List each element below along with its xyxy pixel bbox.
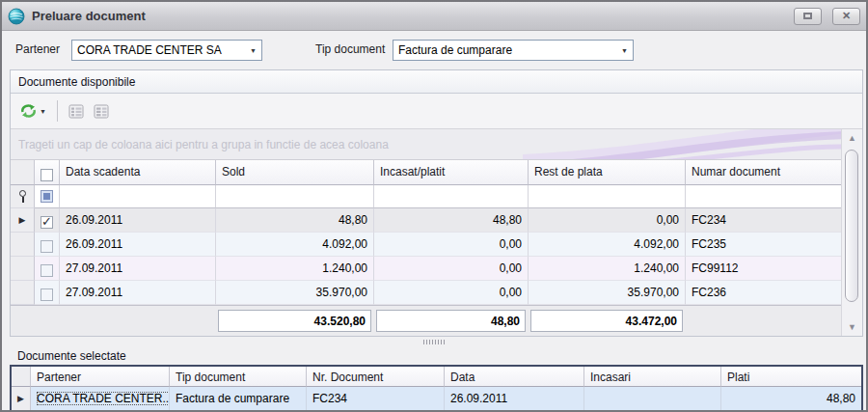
group-by-panel[interactable]: Trageti un cap de coloana aici pentru a …	[11, 129, 841, 160]
cell-data-scadenta: 26.09.2011	[60, 233, 216, 257]
column-header-partener[interactable]: Partener	[31, 367, 170, 387]
check-all-button[interactable]	[65, 97, 88, 124]
column-header-incasari[interactable]: Incasari	[584, 367, 721, 387]
column-header-sold[interactable]: Sold	[216, 160, 374, 185]
filter-input-sold[interactable]	[216, 185, 374, 208]
cell-sold: 1.240,00	[216, 257, 374, 281]
table-row[interactable]: 27.09.2011 35.970,00 0,00 35.970,00 FC23…	[11, 281, 841, 305]
row-arrow-icon: ▶	[17, 394, 24, 403]
tip-document-combobox[interactable]: Factura de cumparare ▼	[393, 40, 634, 61]
row-indicator	[11, 257, 35, 281]
maximize-button[interactable]	[794, 8, 822, 25]
cell-tip-document: Factura de cumparare	[170, 387, 307, 410]
checkbox-icon	[41, 264, 53, 277]
cell-rest: 4.092,00	[529, 233, 686, 257]
tip-dropdown-zone[interactable]: ▼	[616, 41, 633, 60]
partener-value: CORA TRADE CENTER SA	[77, 43, 222, 57]
available-grid: Trageti un cap de coloana aici pentru a …	[11, 129, 862, 336]
summary-spacer	[686, 306, 841, 336]
cell-data: 26.09.2011	[445, 387, 584, 410]
cell-sold: 48,80	[216, 208, 374, 233]
selected-grid: Partener Tip document Nr. Document Data …	[10, 365, 863, 412]
splitter-grip-icon	[426, 340, 427, 344]
column-header-plati[interactable]: Plati	[721, 367, 861, 387]
cell-incasari	[584, 387, 721, 410]
uncheck-all-button[interactable]	[90, 97, 113, 124]
partener-combobox[interactable]: CORA TRADE CENTER SA ▼	[71, 40, 262, 61]
filter-input-numar[interactable]	[686, 185, 841, 208]
column-header-rest[interactable]: Rest de plata	[529, 160, 686, 185]
column-header-incasat[interactable]: Incasat/platit	[374, 160, 529, 185]
table-row[interactable]: ▶ 26.09.2011 48,80 48,80 0,00 FC234	[11, 208, 841, 233]
auto-filter-row	[11, 185, 841, 208]
checkbox-partial-icon	[41, 190, 53, 203]
cell-incasat: 48,80	[374, 208, 529, 233]
cell-data-scadenta: 27.09.2011	[60, 281, 216, 305]
row-arrow-icon: ▶	[19, 215, 26, 225]
vertical-scrollbar[interactable]: ▲ ▼	[841, 129, 862, 336]
swirl-decoration-icon	[523, 129, 841, 160]
filter-row-indicator	[11, 185, 35, 208]
cell-data-scadenta: 26.09.2011	[60, 208, 216, 233]
refresh-button[interactable]: ▼	[16, 97, 50, 124]
column-header-tip-document[interactable]: Tip document	[170, 367, 307, 387]
section-splitter[interactable]	[2, 338, 866, 346]
cell-rest: 0,00	[529, 208, 686, 233]
row-checkbox[interactable]	[35, 281, 60, 305]
filter-input-data-scadenta[interactable]	[60, 185, 216, 208]
cell-numar: FC99112	[686, 257, 841, 281]
cell-incasat: 0,00	[374, 233, 529, 257]
documente-disponibile-header: Documente disponibile	[11, 70, 862, 94]
documente-selectate-header: Documente selectate	[10, 346, 863, 365]
column-header-nr-document[interactable]: Nr. Document	[307, 367, 445, 387]
partener-dropdown-zone[interactable]: ▼	[245, 41, 261, 60]
tip-document-value: Factura de cumparare	[398, 43, 512, 57]
row-indicator	[11, 281, 35, 305]
column-header-numar[interactable]: Numar document	[686, 160, 841, 185]
cell-plati: 48,80	[721, 387, 861, 410]
table-row[interactable]: ▶ CORA TRADE CENTER... Factura de cumpar…	[12, 387, 861, 410]
summary-row: 43.520,80 48,80 43.472,00	[11, 305, 841, 336]
cell-numar: FC236	[686, 281, 841, 305]
row-indicator: ▶	[12, 387, 31, 410]
available-header-row: Data scadenta Sold Incasat/platit Rest d…	[11, 160, 841, 185]
splitter-grip-icon	[429, 340, 430, 344]
table-row[interactable]: 26.09.2011 4.092,00 0,00 4.092,00 FC235	[11, 233, 841, 257]
column-header-data[interactable]: Data	[445, 367, 584, 387]
scroll-up-icon[interactable]: ▲	[842, 133, 862, 143]
summary-spacer	[35, 306, 60, 336]
splitter-grip-icon	[438, 340, 439, 344]
close-button[interactable]: ✕	[832, 8, 860, 25]
cell-sold: 35.970,00	[216, 281, 374, 305]
app-icon	[8, 8, 25, 25]
refresh-dropdown-icon: ▼	[40, 108, 46, 115]
column-header-data-scadenta[interactable]: Data scadenta	[60, 160, 216, 185]
summary-rest: 43.472,00	[530, 310, 683, 332]
refresh-icon	[20, 103, 37, 119]
cell-sold: 4.092,00	[216, 233, 374, 257]
scrollbar-thumb[interactable]	[845, 150, 858, 302]
row-checkbox[interactable]	[35, 257, 60, 281]
row-checkbox[interactable]	[35, 208, 60, 233]
splitter-grip-icon	[441, 340, 442, 344]
cell-incasat: 0,00	[374, 257, 529, 281]
documente-selectate-panel: Documente selectate Partener Tip documen…	[10, 346, 863, 412]
scroll-down-icon[interactable]: ▼	[842, 322, 862, 332]
splitter-grip-icon	[423, 340, 424, 344]
table-row[interactable]: 27.09.2011 1.240,00 0,00 1.240,00 FC9911…	[11, 257, 841, 281]
row-indicator	[11, 233, 35, 257]
filter-input-rest[interactable]	[529, 185, 686, 208]
chevron-down-icon: ▼	[621, 47, 628, 54]
splitter-grip-icon	[435, 340, 436, 344]
row-indicator: ▶	[11, 208, 35, 233]
list-columns-icon	[94, 104, 109, 119]
select-all-checkbox[interactable]	[35, 160, 60, 185]
filter-input-incasat[interactable]	[374, 185, 529, 208]
checkbox-checked-icon	[41, 216, 53, 229]
grid-toolbar: ▼	[11, 94, 862, 129]
splitter-grip-icon	[432, 340, 433, 344]
filter-checkbox[interactable]	[35, 185, 60, 208]
splitter-grip-icon	[444, 340, 445, 344]
row-checkbox[interactable]	[35, 233, 60, 257]
checkbox-icon	[41, 240, 53, 253]
